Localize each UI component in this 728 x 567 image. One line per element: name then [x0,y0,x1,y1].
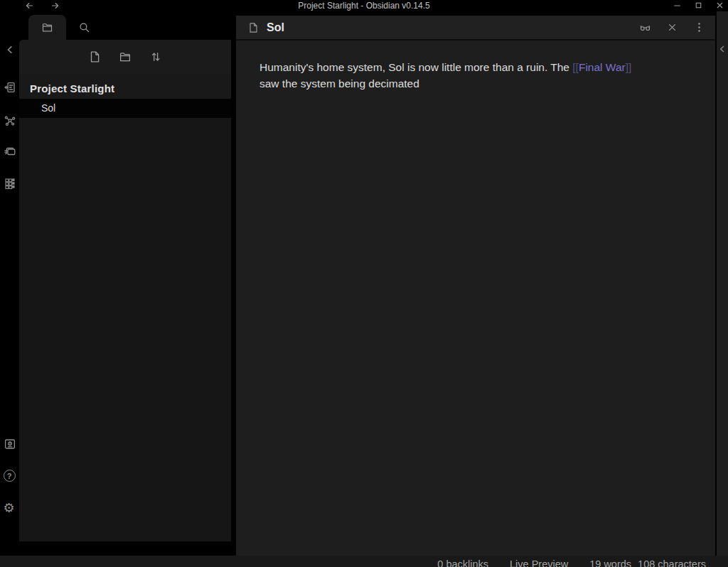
note-title[interactable]: Sol [267,21,284,34]
wikilink-open-bracket: [[ [572,61,579,73]
status-backlinks[interactable]: 0 backlinks [437,558,488,567]
file-explorer-panel: Project Starlight Sol [19,40,231,541]
obsidian-window: Project Starlight - Obsidian v0.14.5 ? ⚙ [0,0,728,567]
file-explorer-actions [19,40,231,74]
tab-search[interactable] [69,15,99,40]
wikilink-final-war[interactable]: Final War [579,61,626,73]
file-explorer-empty-area [19,118,231,541]
change-sort-order-icon[interactable] [149,50,162,63]
new-folder-icon[interactable] [119,50,132,63]
graph-view-icon[interactable] [4,114,16,127]
note-document-icon [247,22,259,33]
main-pane: Sol Humanity's home system, Sol is now l… [231,11,715,556]
status-word-count: 19 words [589,558,631,567]
grid-blocks-icon[interactable] [4,177,16,190]
file-item-sol[interactable]: Sol [19,99,231,118]
more-options-icon[interactable] [693,21,705,33]
status-editor-mode[interactable]: Live Preview [510,558,568,567]
left-sidebar: Project Starlight Sol [19,11,231,554]
settings-gear-icon[interactable]: ⚙ [4,502,16,514]
minimize-icon[interactable] [673,1,682,10]
editor-content-area[interactable]: Humanity's home system, Sol is now littl… [236,39,715,556]
wikilink-close-bracket: ]] [626,61,632,73]
close-window-icon[interactable] [715,1,724,10]
expand-right-sidebar-icon[interactable] [717,43,728,55]
folder-icon [41,21,53,33]
vault-title[interactable]: Project Starlight [19,74,231,99]
tab-file-explorer[interactable] [28,15,66,40]
card-stack-icon[interactable] [4,145,16,158]
editor-header: Sol [236,16,715,39]
note-text-continued: saw the system being decimated [259,77,419,90]
status-character-count: 108 characters [638,558,706,567]
vault-switcher-icon[interactable] [4,438,16,450]
close-tab-icon[interactable] [666,21,678,33]
titlebar: Project Starlight - Obsidian v0.14.5 [0,0,728,11]
note-paragraph: Humanity's home system, Sol is now littl… [259,59,690,92]
quick-switcher-icon[interactable] [4,81,16,94]
maximize-icon[interactable] [694,1,703,10]
help-icon[interactable]: ? [4,470,16,482]
right-sidebar-collapsed [715,11,728,556]
window-title: Project Starlight - Obsidian v0.14.5 [0,0,728,11]
status-bar: 0 backlinks Live Preview 19 words 108 ch… [0,556,728,567]
search-icon [78,21,90,33]
new-note-icon[interactable] [88,50,101,63]
collapse-left-sidebar-icon[interactable] [4,43,16,56]
note-text: Humanity's home system, Sol is now littl… [259,61,572,73]
reading-view-glasses-icon[interactable] [639,21,651,33]
sidebar-tab-bar [19,11,231,40]
left-ribbon: ? ⚙ [0,11,19,556]
